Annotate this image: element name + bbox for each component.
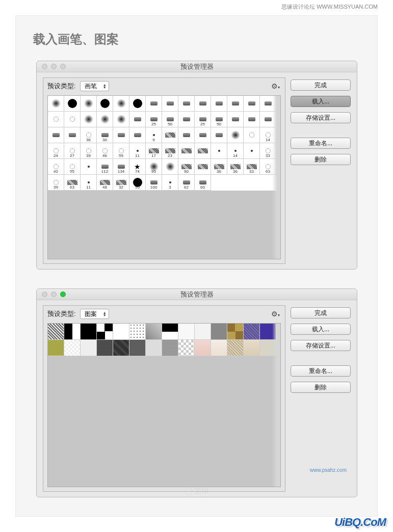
brush-preset[interactable]	[162, 96, 178, 112]
brush-grid[interactable]: 2550255036309142427394659111723143342551…	[47, 95, 281, 259]
brush-preset[interactable]	[64, 127, 81, 143]
brush-preset[interactable]: 50	[211, 112, 227, 127]
pattern-preset[interactable]	[81, 324, 97, 340]
brush-preset[interactable]	[146, 96, 162, 112]
pattern-preset[interactable]	[146, 324, 162, 340]
pattern-preset[interactable]	[211, 340, 227, 356]
brush-preset[interactable]	[244, 143, 260, 159]
pattern-preset[interactable]	[227, 340, 244, 356]
brush-preset[interactable]: 46	[97, 143, 113, 159]
preset-type-select[interactable]: 图案 ▲▼	[80, 309, 109, 319]
gear-icon[interactable]: ⚙▾	[271, 82, 280, 90]
scrollbar[interactable]	[272, 324, 280, 487]
brush-preset[interactable]: 39	[81, 143, 97, 159]
brush-preset[interactable]	[64, 96, 81, 112]
close-icon[interactable]	[42, 64, 47, 69]
load-button[interactable]: 载入...	[291, 96, 351, 107]
brush-preset[interactable]: 32	[113, 175, 129, 191]
brush-preset[interactable]	[64, 112, 81, 127]
brush-preset[interactable]: 11	[81, 175, 97, 191]
brush-preset[interactable]: 30	[97, 127, 113, 143]
pattern-preset[interactable]	[244, 324, 260, 340]
brush-preset[interactable]	[48, 127, 64, 143]
brush-preset[interactable]	[244, 96, 260, 112]
brush-preset[interactable]	[195, 127, 211, 143]
brush-preset[interactable]	[129, 127, 146, 143]
brush-preset[interactable]	[129, 96, 146, 112]
brush-preset[interactable]	[48, 96, 64, 112]
brush-preset[interactable]	[244, 127, 260, 143]
brush-preset[interactable]: 25	[195, 112, 211, 127]
pattern-preset[interactable]	[97, 324, 113, 340]
brush-preset[interactable]	[178, 143, 195, 159]
brush-preset[interactable]: 24	[48, 143, 64, 159]
brush-preset[interactable]: 112	[97, 159, 113, 175]
pattern-preset[interactable]	[146, 340, 162, 356]
brush-preset[interactable]	[195, 159, 211, 175]
brush-preset[interactable]: 62	[178, 175, 195, 191]
pattern-preset[interactable]	[64, 340, 81, 356]
gear-icon[interactable]: ⚙▾	[271, 310, 280, 318]
brush-preset[interactable]	[97, 112, 113, 127]
delete-button[interactable]: 删除	[291, 154, 351, 165]
pattern-preset[interactable]	[211, 324, 227, 340]
pattern-preset[interactable]	[113, 340, 129, 356]
preset-type-select[interactable]: 画笔 ▲▼	[80, 81, 109, 91]
scrollbar[interactable]	[272, 96, 280, 259]
zoom-icon[interactable]	[60, 64, 66, 69]
brush-preset[interactable]: 60	[195, 175, 211, 191]
brush-preset[interactable]: 33	[244, 159, 260, 175]
pattern-preset[interactable]	[64, 324, 81, 340]
brush-preset[interactable]	[81, 112, 97, 127]
brush-preset[interactable]	[195, 143, 211, 159]
brush-preset[interactable]	[113, 127, 129, 143]
brush-preset[interactable]	[178, 112, 195, 127]
brush-preset[interactable]: 27	[64, 143, 81, 159]
pattern-preset[interactable]	[48, 324, 64, 340]
brush-preset[interactable]	[195, 96, 211, 112]
brush-preset[interactable]: 9	[146, 127, 162, 143]
brush-preset[interactable]: ★74	[129, 159, 146, 175]
brush-preset[interactable]	[48, 112, 64, 127]
zoom-icon[interactable]	[60, 291, 66, 297]
pattern-preset[interactable]	[178, 340, 195, 356]
brush-preset[interactable]: 55	[64, 159, 81, 175]
brush-preset[interactable]: 134	[113, 159, 129, 175]
brush-preset[interactable]: 55	[129, 175, 146, 191]
brush-preset[interactable]	[178, 96, 195, 112]
pattern-preset[interactable]	[129, 324, 146, 340]
brush-preset[interactable]: 59	[113, 143, 129, 159]
pattern-preset[interactable]	[244, 340, 260, 356]
pattern-grid[interactable]	[47, 323, 281, 487]
minimize-icon[interactable]	[51, 291, 57, 297]
brush-preset[interactable]: 39	[48, 175, 64, 191]
brush-preset[interactable]	[113, 112, 129, 127]
brush-preset[interactable]: 36	[81, 127, 97, 143]
brush-preset[interactable]: 100	[146, 175, 162, 191]
save-button[interactable]: 存储设置...	[291, 112, 351, 123]
pattern-preset[interactable]	[227, 324, 244, 340]
brush-preset[interactable]: 42	[48, 159, 64, 175]
brush-preset[interactable]: 36	[211, 159, 227, 175]
brush-preset[interactable]	[227, 127, 244, 143]
pattern-preset[interactable]	[195, 324, 211, 340]
done-button[interactable]: 完成	[291, 307, 351, 318]
pattern-preset[interactable]	[97, 340, 113, 356]
brush-preset[interactable]	[178, 127, 195, 143]
brush-preset[interactable]	[81, 96, 97, 112]
rename-button[interactable]: 重命名...	[291, 138, 351, 149]
brush-preset[interactable]: 14	[227, 143, 244, 159]
brush-preset[interactable]: 17	[146, 143, 162, 159]
pattern-preset[interactable]	[162, 340, 178, 356]
pattern-preset[interactable]	[162, 324, 178, 340]
brush-preset[interactable]	[211, 143, 227, 159]
brush-preset[interactable]	[227, 96, 244, 112]
pattern-preset[interactable]	[48, 340, 64, 356]
brush-preset[interactable]: 3	[162, 175, 178, 191]
done-button[interactable]: 完成	[291, 79, 351, 91]
delete-button[interactable]: 删除	[291, 382, 351, 393]
brush-preset[interactable]	[97, 96, 113, 112]
brush-preset[interactable]: 11	[129, 143, 146, 159]
pattern-preset[interactable]	[81, 340, 97, 356]
load-button[interactable]: 载入...	[291, 324, 351, 335]
